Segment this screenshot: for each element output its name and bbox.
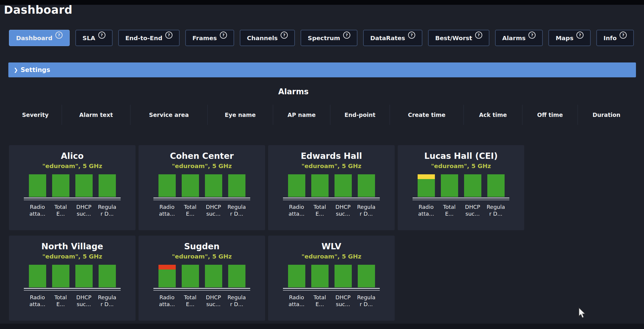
chart-baseline-shadow [24, 290, 121, 291]
bar-label: Radioatta... [416, 203, 437, 217]
column-header-severity[interactable]: Severity [9, 105, 62, 125]
status-bar-dhcp-suc [335, 174, 352, 197]
column-header-service-area[interactable]: Service area [130, 105, 207, 125]
column-header-ack-time[interactable]: Ack time [463, 105, 522, 125]
bar-segment-ok [358, 265, 375, 287]
site-card-sugden[interactable]: Sugden"eduroam", 5 GHzRadioatta...TotalE… [139, 236, 265, 321]
tab-frames[interactable]: Frames? [185, 30, 234, 46]
site-name: Alico [9, 151, 136, 161]
bar-segment-ok [311, 265, 329, 287]
status-bar-dhcp-suc [205, 174, 222, 197]
site-card-alico[interactable]: Alico"eduroam", 5 GHzRadioatta...TotalE.… [9, 145, 136, 230]
status-bar-radio-atta [29, 174, 46, 197]
site-bar-chart [9, 265, 136, 287]
tab-channels[interactable]: Channels? [240, 30, 295, 46]
bar-label: Regular D... [356, 203, 377, 217]
site-subtitle: "eduroam", 5 GHz [268, 162, 395, 170]
site-card-edwards-hall[interactable]: Edwards Hall"eduroam", 5 GHzRadioatta...… [268, 145, 395, 230]
chart-baseline-shadow [24, 200, 121, 200]
site-subtitle: "eduroam", 5 GHz [398, 162, 524, 170]
site-name: WLV [268, 242, 395, 251]
bar-segment-ok [288, 174, 305, 197]
tab-label: End-to-End [125, 35, 162, 42]
bar-label: Radioatta... [27, 203, 48, 217]
column-header-off-time[interactable]: Off time [522, 105, 578, 125]
site-bar-chart [139, 174, 265, 197]
bar-label: Regular D... [97, 294, 118, 308]
tab-alarms[interactable]: Alarms? [495, 30, 543, 46]
help-icon[interactable]: ? [620, 32, 627, 39]
bar-labels: Radioatta...TotalE...DHCPsuc...Regular D… [9, 294, 136, 308]
alarms-table-header: SeverityAlarm textService areaEye nameAP… [9, 105, 635, 125]
site-card-lucas-hall-cei[interactable]: Lucas Hall (CEI)"eduroam", 5 GHzRadioatt… [398, 145, 524, 230]
column-header-alarm-text[interactable]: Alarm text [62, 105, 130, 125]
chart-baseline [153, 198, 250, 198]
bar-label: TotalE... [50, 203, 71, 217]
status-bar-regula-r-d [358, 174, 375, 197]
status-bar-dhcp-suc [75, 174, 93, 197]
status-bar-regula-r-d [99, 174, 116, 197]
help-icon[interactable]: ? [528, 32, 536, 39]
site-name: Edwards Hall [268, 151, 395, 161]
help-icon[interactable]: ? [165, 32, 172, 39]
site-subtitle: "eduroam", 5 GHz [9, 253, 136, 260]
bar-segment-ok [205, 174, 222, 197]
site-name: Cohen Center [139, 151, 265, 161]
status-bar-total-e [52, 174, 69, 197]
tab-sla[interactable]: SLA? [75, 30, 113, 46]
bar-labels: Radioatta...TotalE...DHCPsuc...Regular D… [139, 203, 265, 217]
tab-maps[interactable]: Maps? [548, 30, 591, 46]
settings-bar[interactable]: ❯ Settings [8, 62, 636, 77]
help-icon[interactable]: ? [576, 32, 584, 39]
status-bar-radio-atta [29, 265, 46, 287]
status-bar-radio-atta [158, 174, 176, 197]
chart-baseline [283, 288, 380, 289]
tab-dashboard[interactable]: Dashboard? [9, 30, 70, 46]
column-header-eye-name[interactable]: Eye name [207, 105, 273, 125]
bar-labels: Radioatta...TotalE...DHCPsuc...Regular D… [9, 203, 136, 217]
bar-label: TotalE... [180, 203, 201, 217]
help-icon[interactable]: ? [55, 32, 63, 39]
bar-segment-ok [487, 174, 505, 197]
tab-info[interactable]: Info? [596, 30, 634, 46]
tab-datarates[interactable]: DataRates? [363, 30, 422, 46]
site-card-wlv[interactable]: WLV"eduroam", 5 GHzRadioatta...TotalE...… [268, 236, 395, 321]
site-subtitle: "eduroam", 5 GHz [139, 162, 265, 170]
site-name: Lucas Hall (CEI) [398, 151, 524, 161]
bar-label: TotalE... [180, 294, 201, 308]
tab-end-to-end[interactable]: End-to-End? [118, 30, 180, 46]
help-icon[interactable]: ? [281, 32, 288, 39]
mouse-cursor [578, 307, 586, 319]
bar-segment-ok [182, 174, 199, 197]
bar-segment-ok [29, 265, 46, 287]
site-card-cohen-center[interactable]: Cohen Center"eduroam", 5 GHzRadioatta...… [139, 145, 265, 230]
help-icon[interactable]: ? [408, 32, 415, 39]
site-bar-chart [268, 265, 395, 287]
tab-label: Spectrum [308, 35, 340, 42]
column-header-create-time[interactable]: Create time [390, 105, 463, 125]
site-card-north-village[interactable]: North Village"eduroam", 5 GHzRadioatta..… [9, 236, 136, 321]
column-header-ap-name[interactable]: AP name [273, 105, 330, 125]
bar-label: Regular D... [356, 294, 377, 308]
column-header-duration[interactable]: Duration [578, 105, 635, 125]
tab-label: Channels [247, 35, 278, 42]
chart-baseline-shadow [413, 200, 509, 200]
bar-label: DHCPsuc... [333, 294, 354, 308]
bar-segment-ok [158, 270, 176, 287]
bar-label: TotalE... [309, 294, 330, 308]
help-icon[interactable]: ? [343, 32, 350, 39]
bar-segment-ok [335, 174, 352, 197]
bar-segment-ok [358, 174, 375, 197]
bar-label: Regular D... [226, 294, 247, 308]
help-icon[interactable]: ? [98, 32, 105, 39]
tab-best-worst[interactable]: Best/Worst? [428, 30, 489, 46]
alarms-section-title: Alarms [9, 87, 578, 96]
status-bar-regula-r-d [228, 265, 245, 287]
status-bar-radio-atta [288, 265, 305, 287]
bar-segment-ok [288, 265, 305, 287]
site-bar-chart [139, 265, 265, 287]
help-icon[interactable]: ? [220, 32, 227, 39]
column-header-end-point[interactable]: End-point [330, 105, 390, 125]
help-icon[interactable]: ? [475, 32, 482, 39]
tab-spectrum[interactable]: Spectrum? [301, 30, 357, 46]
